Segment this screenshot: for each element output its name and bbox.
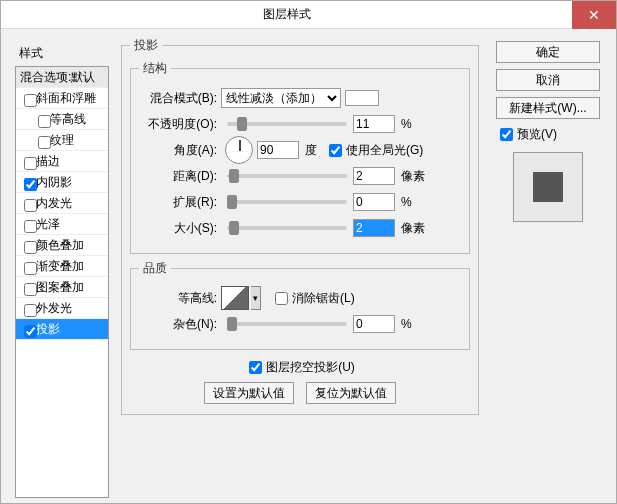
structure-group: 结构 混合模式(B): 线性减淡（添加） 不透明度(O): % [130,60,470,254]
window-title: 图层样式 [1,6,572,23]
style-item-checkbox[interactable] [24,157,37,170]
new-style-button[interactable]: 新建样式(W)... [496,97,600,119]
style-item[interactable]: 斜面和浮雕 [16,88,108,109]
style-item-label: 图案叠加 [36,279,84,296]
contour-swatch[interactable] [221,286,249,310]
style-item-label: 描边 [36,153,60,170]
style-item[interactable]: 光泽 [16,214,108,235]
style-item-checkbox[interactable] [24,178,37,191]
main-fieldset: 投影 结构 混合模式(B): 线性减淡（添加） 不透明度(O): [121,37,479,415]
opacity-slider[interactable] [227,122,347,126]
style-item-label: 内阴影 [36,174,72,191]
preview-swatch [533,172,563,202]
size-label: 大小(S): [139,220,221,237]
global-light-checkbox[interactable]: 使用全局光(G) [325,141,423,160]
style-item-label: 渐变叠加 [36,258,84,275]
distance-input[interactable] [353,167,395,185]
knockout-checkbox[interactable]: 图层挖空投影(U) [245,358,355,377]
style-item-label: 外发光 [36,300,72,317]
preview-checkbox[interactable]: 预览(V) [496,125,600,144]
main-legend: 投影 [130,37,162,54]
style-item-label: 投影 [36,321,60,338]
noise-unit: % [401,317,412,331]
noise-slider[interactable] [227,322,347,326]
spread-unit: % [401,195,412,209]
contour-dropdown-icon[interactable]: ▾ [251,286,261,310]
opacity-input[interactable] [353,115,395,133]
structure-legend: 结构 [139,60,171,77]
style-item-checkbox[interactable] [24,304,37,317]
size-unit: 像素 [401,220,425,237]
set-defaults-button[interactable]: 设置为默认值 [204,382,294,404]
style-item-label: 内发光 [36,195,72,212]
distance-slider[interactable] [227,174,347,178]
angle-dial[interactable] [225,136,253,164]
spread-slider[interactable] [227,200,347,204]
style-item-checkbox[interactable] [24,325,37,338]
spread-input[interactable] [353,193,395,211]
spread-label: 扩展(R): [139,194,221,211]
style-item-label: 斜面和浮雕 [36,90,96,107]
style-item[interactable]: 外发光 [16,298,108,319]
size-input[interactable] [353,219,395,237]
style-item[interactable]: 投影 [16,319,108,340]
blend-mode-select[interactable]: 线性减淡（添加） [221,88,341,108]
title-bar: 图层样式 ✕ [1,1,616,29]
styles-list: 混合选项:默认 斜面和浮雕等高线纹理描边内阴影内发光光泽颜色叠加渐变叠加图案叠加… [15,66,109,498]
style-item-label: 纹理 [50,132,74,149]
angle-input[interactable] [257,141,299,159]
angle-unit: 度 [305,142,317,159]
antialias-checkbox[interactable]: 消除锯齿(L) [271,289,355,308]
contour-label: 等高线: [139,290,221,307]
style-item[interactable]: 内发光 [16,193,108,214]
style-item-checkbox[interactable] [24,283,37,296]
reset-defaults-button[interactable]: 复位为默认值 [306,382,396,404]
styles-header: 样式 [15,41,109,66]
style-item[interactable]: 内阴影 [16,172,108,193]
style-item-checkbox[interactable] [38,136,51,149]
opacity-unit: % [401,117,412,131]
style-item-checkbox[interactable] [24,220,37,233]
antialias-input[interactable] [275,292,288,305]
distance-unit: 像素 [401,168,425,185]
style-item[interactable]: 等高线 [16,109,108,130]
color-swatch[interactable] [345,90,379,106]
opacity-label: 不透明度(O): [139,116,221,133]
style-item-checkbox[interactable] [38,115,51,128]
style-item-checkbox[interactable] [24,241,37,254]
blend-mode-label: 混合模式(B): [139,90,221,107]
style-item-label: 光泽 [36,216,60,233]
distance-label: 距离(D): [139,168,221,185]
quality-group: 品质 等高线: ▾ 消除锯齿(L) 杂色(N): % [130,260,470,350]
size-slider[interactable] [227,226,347,230]
angle-label: 角度(A): [139,142,221,159]
cancel-button[interactable]: 取消 [496,69,600,91]
style-item-label: 等高线 [50,111,86,128]
noise-label: 杂色(N): [139,316,221,333]
style-item[interactable]: 描边 [16,151,108,172]
close-button[interactable]: ✕ [572,1,616,29]
preview-box [513,152,583,222]
style-item-label: 颜色叠加 [36,237,84,254]
style-item-checkbox[interactable] [24,262,37,275]
style-item[interactable]: 纹理 [16,130,108,151]
ok-button[interactable]: 确定 [496,41,600,63]
blend-options-header[interactable]: 混合选项:默认 [16,67,108,88]
style-item[interactable]: 图案叠加 [16,277,108,298]
style-item-checkbox[interactable] [24,94,37,107]
style-item[interactable]: 颜色叠加 [16,235,108,256]
noise-input[interactable] [353,315,395,333]
preview-input[interactable] [500,128,513,141]
quality-legend: 品质 [139,260,171,277]
style-item[interactable]: 渐变叠加 [16,256,108,277]
global-light-input[interactable] [329,144,342,157]
knockout-input[interactable] [249,361,262,374]
style-item-checkbox[interactable] [24,199,37,212]
